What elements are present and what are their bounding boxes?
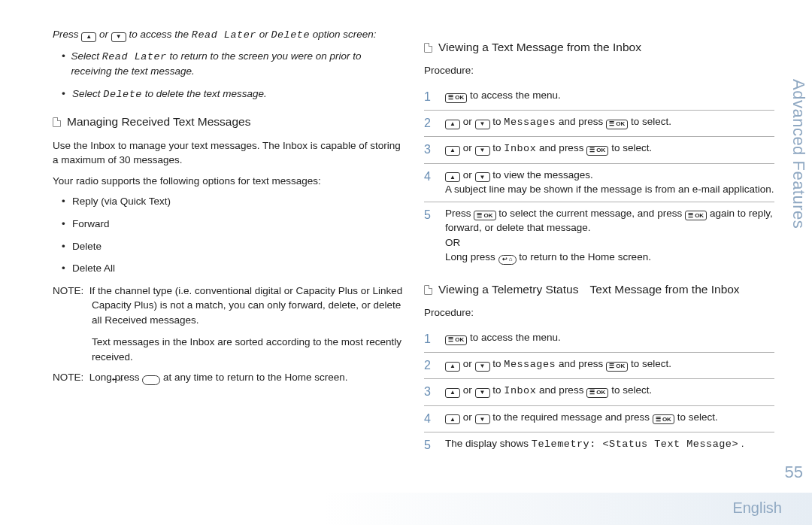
- step-row: 5 The display shows Telemetry: <Status T…: [424, 432, 774, 458]
- step-row: 4 ▲ or ▼ to view the messages. A subject…: [424, 164, 774, 202]
- ok-key-icon: ☰ OK: [445, 335, 467, 345]
- step-number: 1: [424, 330, 438, 347]
- procedure-label: Procedure:: [424, 305, 774, 320]
- chapter-tab-label: Advanced Features: [786, 79, 810, 229]
- step-row: 1 ☰ OK to access the menu.: [424, 326, 774, 353]
- procedure-1: 1 ☰ OK to access the menu. 2 ▲ or ▼ to M…: [424, 84, 774, 269]
- doc-icon: [53, 117, 61, 127]
- ok-key-icon: ☰ OK: [474, 211, 495, 220]
- section-managing: Managing Received Text Messages: [53, 114, 403, 130]
- step-row: 3 ▲ or ▼ to Inbox and press ☰ OK to sele…: [424, 137, 774, 163]
- note-2: NOTE: Long press ↩ ⌂ at any time to retu…: [53, 370, 403, 385]
- options-intro: Your radio supports the following option…: [53, 174, 403, 189]
- page-body: Press ▲ or ▼ to access the Read Later or…: [0, 0, 812, 481]
- bullet-read-later: • Select Read Later to return to the scr…: [53, 49, 403, 79]
- section-heading: Viewing a Text Message from the Inbox: [438, 39, 641, 56]
- ok-key-icon: ☰ OK: [685, 211, 707, 220]
- inbox-desc: Use the Inbox to manage your text messag…: [53, 138, 403, 168]
- step-row: 5 Press ☰ OK to select the current messa…: [424, 202, 774, 269]
- language-strip: English: [0, 493, 812, 525]
- up-key-icon: ▲: [445, 362, 460, 372]
- up-key-icon: ▲: [445, 146, 460, 156]
- up-key-icon: ▲: [445, 172, 460, 182]
- step-number: 2: [424, 357, 438, 374]
- down-key-icon: ▼: [475, 172, 490, 182]
- step-number: 1: [424, 88, 438, 105]
- home-key-icon: ↩ ⌂: [498, 255, 517, 265]
- ok-key-icon: ☰ OK: [606, 362, 628, 372]
- section-heading: Managing Received Text Messages: [67, 114, 250, 130]
- up-key-icon: ▲: [445, 388, 460, 398]
- opt-reply: •Reply (via Quick Text): [53, 194, 403, 209]
- down-key-icon: ▼: [475, 146, 490, 156]
- page-number: 55: [785, 460, 803, 484]
- opt-delete-all: •Delete All: [53, 261, 403, 276]
- section-heading: Viewing a Telemetry Status Text Message …: [438, 281, 740, 298]
- down-key-icon: ▼: [475, 388, 490, 398]
- step-row: 2 ▲ or ▼ to Messages and press ☰ OK to s…: [424, 353, 774, 379]
- step-number: 5: [424, 206, 438, 223]
- step-row: 4 ▲ or ▼ to the required message and pre…: [424, 406, 774, 432]
- procedure-2: 1 ☰ OK to access the menu. 2 ▲ or ▼ to M…: [424, 326, 774, 458]
- ok-key-icon: ☰ OK: [586, 146, 608, 156]
- note-1b: Text messages in the Inbox are sorted ac…: [53, 335, 403, 364]
- section-viewing-inbox: Viewing a Text Message from the Inbox: [424, 39, 774, 56]
- chapter-tab: Advanced Features: [785, 60, 812, 248]
- down-key-icon: ▼: [111, 32, 126, 42]
- language-label: English: [732, 499, 782, 516]
- note-1: NOTE: If the channel type (i.e. conventi…: [53, 284, 403, 328]
- home-key-icon: ↩ ⌂: [142, 375, 160, 385]
- step-number: 2: [424, 114, 438, 132]
- bullet-delete: • Select Delete to delete the text messa…: [53, 86, 403, 102]
- down-key-icon: ▼: [475, 362, 490, 372]
- opt-forward: •Forward: [53, 217, 403, 232]
- ok-key-icon: ☰ OK: [606, 120, 628, 129]
- down-key-icon: ▼: [475, 120, 490, 129]
- step-number: 3: [424, 141, 438, 158]
- section-viewing-telemetry: Viewing a Telemetry Status Text Message …: [424, 281, 774, 298]
- step-number: 3: [424, 383, 438, 400]
- step-number: 4: [424, 410, 438, 427]
- step-row: 2 ▲ or ▼ to Messages and press ☰ OK to s…: [424, 111, 774, 137]
- ok-key-icon: ☰ OK: [586, 388, 608, 398]
- step-row: 1 ☰ OK to access the menu.: [424, 84, 774, 111]
- step-number: 4: [424, 168, 438, 185]
- up-key-icon: ▲: [445, 414, 460, 424]
- ok-key-icon: ☰ OK: [445, 93, 467, 103]
- doc-icon: [424, 43, 432, 53]
- opt-delete: •Delete: [53, 239, 403, 254]
- down-key-icon: ▼: [475, 414, 490, 424]
- doc-icon: [424, 285, 432, 295]
- left-column: Press ▲ or ▼ to access the Read Later or…: [53, 27, 403, 466]
- step-number: 5: [424, 436, 438, 454]
- procedure-label: Procedure:: [424, 63, 774, 78]
- ok-key-icon: ☰ OK: [653, 414, 674, 424]
- right-column: Viewing a Text Message from the Inbox Pr…: [424, 27, 774, 466]
- press-instruction: Press ▲ or ▼ to access the Read Later or…: [53, 27, 403, 43]
- up-key-icon: ▲: [445, 120, 460, 129]
- step-row: 3 ▲ or ▼ to Inbox and press ☰ OK to sele…: [424, 379, 774, 405]
- up-key-icon: ▲: [81, 32, 96, 42]
